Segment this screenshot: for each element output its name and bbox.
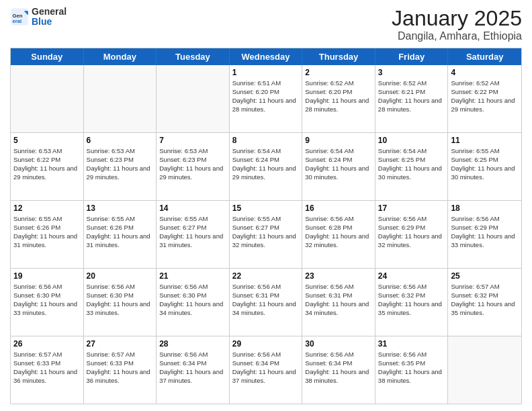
daylight-text: Daylight: 11 hours and 30 minutes.	[378, 165, 445, 182]
daylight-text: Daylight: 11 hours and 30 minutes.	[451, 165, 519, 182]
sunset-text: Sunset: 6:22 PM	[451, 88, 519, 97]
day-cell-7: 7Sunrise: 6:53 AMSunset: 6:23 PMDaylight…	[157, 133, 230, 200]
sunrise-text: Sunrise: 6:54 AM	[305, 147, 372, 156]
day-cell-11: 11Sunrise: 6:55 AMSunset: 6:25 PMDayligh…	[448, 133, 521, 200]
daylight-text: Daylight: 11 hours and 36 minutes.	[87, 368, 154, 385]
daylight-text: Daylight: 11 hours and 35 minutes.	[451, 300, 519, 318]
sunrise-text: Sunrise: 6:52 AM	[378, 79, 445, 88]
day-cell-26: 26Sunrise: 6:57 AMSunset: 6:33 PMDayligh…	[11, 336, 84, 404]
day-number: 13	[87, 203, 154, 214]
daylight-text: Daylight: 11 hours and 33 minutes.	[451, 232, 519, 250]
sunset-text: Sunset: 6:25 PM	[378, 156, 445, 165]
day-cell-29: 29Sunrise: 6:56 AMSunset: 6:34 PMDayligh…	[230, 336, 303, 404]
daylight-text: Daylight: 11 hours and 29 minutes.	[159, 165, 226, 182]
daylight-text: Daylight: 11 hours and 29 minutes.	[451, 97, 519, 114]
day-number: 16	[305, 203, 372, 214]
header: Gen eral General Blue January 2025 Dangi…	[10, 7, 522, 42]
sunset-text: Sunset: 6:23 PM	[87, 156, 154, 165]
day-cell-8: 8Sunrise: 6:54 AMSunset: 6:24 PMDaylight…	[230, 133, 303, 200]
day-number: 21	[159, 271, 226, 281]
sunset-text: Sunset: 6:28 PM	[305, 224, 372, 232]
day-cell-30: 30Sunrise: 6:56 AMSunset: 6:34 PMDayligh…	[302, 336, 375, 404]
day-number: 25	[451, 271, 519, 281]
sunset-text: Sunset: 6:27 PM	[232, 224, 300, 232]
sunset-text: Sunset: 6:32 PM	[451, 291, 519, 300]
calendar-header: SundayMondayTuesdayWednesdayThursdayFrid…	[11, 48, 521, 65]
sunrise-text: Sunrise: 6:54 AM	[378, 147, 445, 156]
sunrise-text: Sunrise: 6:55 AM	[13, 215, 81, 224]
day-number: 6	[87, 135, 154, 146]
daylight-text: Daylight: 11 hours and 32 minutes.	[378, 232, 445, 250]
day-number: 7	[159, 135, 226, 146]
day-cell-4: 4Sunrise: 6:52 AMSunset: 6:22 PMDaylight…	[448, 65, 521, 132]
sunset-text: Sunset: 6:22 PM	[13, 156, 81, 165]
sunrise-text: Sunrise: 6:56 AM	[159, 283, 226, 291]
sunrise-text: Sunrise: 6:53 AM	[87, 147, 154, 156]
daylight-text: Daylight: 11 hours and 38 minutes.	[305, 368, 372, 385]
sunset-text: Sunset: 6:20 PM	[232, 88, 300, 97]
header-day-sunday: Sunday	[11, 48, 84, 65]
header-day-wednesday: Wednesday	[230, 48, 303, 65]
location: Dangila, Amhara, Ethiopia	[392, 30, 522, 42]
day-number: 19	[13, 271, 81, 281]
day-cell-6: 6Sunrise: 6:53 AMSunset: 6:23 PMDaylight…	[84, 133, 157, 200]
sunset-text: Sunset: 6:31 PM	[305, 291, 372, 300]
empty-cell	[157, 65, 230, 132]
sunrise-text: Sunrise: 6:55 AM	[451, 147, 519, 156]
calendar-row-2: 5Sunrise: 6:53 AMSunset: 6:22 PMDaylight…	[11, 133, 521, 201]
daylight-text: Daylight: 11 hours and 29 minutes.	[87, 165, 154, 182]
daylight-text: Daylight: 11 hours and 33 minutes.	[13, 300, 81, 318]
day-number: 8	[232, 135, 300, 146]
logo-icon: Gen eral	[10, 7, 29, 26]
sunrise-text: Sunrise: 6:56 AM	[305, 283, 372, 291]
day-cell-17: 17Sunrise: 6:56 AMSunset: 6:29 PMDayligh…	[375, 201, 449, 268]
day-cell-16: 16Sunrise: 6:56 AMSunset: 6:28 PMDayligh…	[302, 201, 375, 268]
day-number: 10	[378, 135, 445, 146]
day-cell-10: 10Sunrise: 6:54 AMSunset: 6:25 PMDayligh…	[375, 133, 449, 200]
sunset-text: Sunset: 6:34 PM	[159, 359, 226, 368]
sunset-text: Sunset: 6:21 PM	[378, 88, 445, 97]
day-number: 30	[305, 338, 372, 349]
sunrise-text: Sunrise: 6:55 AM	[87, 215, 154, 224]
day-number: 4	[451, 67, 519, 78]
sunset-text: Sunset: 6:32 PM	[378, 291, 445, 300]
day-cell-15: 15Sunrise: 6:55 AMSunset: 6:27 PMDayligh…	[230, 201, 303, 268]
day-number: 24	[378, 271, 445, 281]
sunset-text: Sunset: 6:24 PM	[305, 156, 372, 165]
day-number: 23	[305, 271, 372, 281]
day-number: 27	[87, 338, 154, 349]
sunrise-text: Sunrise: 6:56 AM	[232, 283, 300, 291]
daylight-text: Daylight: 11 hours and 28 minutes.	[305, 97, 372, 114]
daylight-text: Daylight: 11 hours and 31 minutes.	[159, 232, 226, 250]
daylight-text: Daylight: 11 hours and 34 minutes.	[232, 300, 300, 318]
empty-cell	[448, 336, 521, 404]
sunrise-text: Sunrise: 6:56 AM	[378, 283, 445, 291]
day-cell-3: 3Sunrise: 6:52 AMSunset: 6:21 PMDaylight…	[375, 65, 449, 132]
sunset-text: Sunset: 6:26 PM	[87, 224, 154, 232]
daylight-text: Daylight: 11 hours and 29 minutes.	[13, 165, 81, 182]
sunset-text: Sunset: 6:25 PM	[451, 156, 519, 165]
month-title: January 2025	[392, 7, 522, 30]
day-cell-2: 2Sunrise: 6:52 AMSunset: 6:20 PMDaylight…	[302, 65, 375, 132]
sunset-text: Sunset: 6:29 PM	[451, 224, 519, 232]
daylight-text: Daylight: 11 hours and 28 minutes.	[378, 97, 445, 114]
sunset-text: Sunset: 6:34 PM	[305, 359, 372, 368]
day-cell-14: 14Sunrise: 6:55 AMSunset: 6:27 PMDayligh…	[157, 201, 230, 268]
sunrise-text: Sunrise: 6:57 AM	[451, 283, 519, 291]
calendar-row-3: 12Sunrise: 6:55 AMSunset: 6:26 PMDayligh…	[11, 201, 521, 269]
day-number: 15	[232, 203, 300, 214]
daylight-text: Daylight: 11 hours and 34 minutes.	[159, 300, 226, 318]
day-cell-9: 9Sunrise: 6:54 AMSunset: 6:24 PMDaylight…	[302, 133, 375, 200]
title-block: January 2025 Dangila, Amhara, Ethiopia	[392, 7, 522, 42]
sunrise-text: Sunrise: 6:55 AM	[232, 215, 300, 224]
daylight-text: Daylight: 11 hours and 31 minutes.	[87, 232, 154, 250]
day-number: 31	[378, 338, 445, 349]
header-day-friday: Friday	[375, 48, 449, 65]
day-cell-20: 20Sunrise: 6:56 AMSunset: 6:30 PMDayligh…	[84, 269, 157, 336]
sunrise-text: Sunrise: 6:57 AM	[13, 351, 81, 359]
sunrise-text: Sunrise: 6:52 AM	[451, 79, 519, 88]
sunset-text: Sunset: 6:33 PM	[87, 359, 154, 368]
day-number: 11	[451, 135, 519, 146]
sunrise-text: Sunrise: 6:53 AM	[13, 147, 81, 156]
day-cell-5: 5Sunrise: 6:53 AMSunset: 6:22 PMDaylight…	[11, 133, 84, 200]
